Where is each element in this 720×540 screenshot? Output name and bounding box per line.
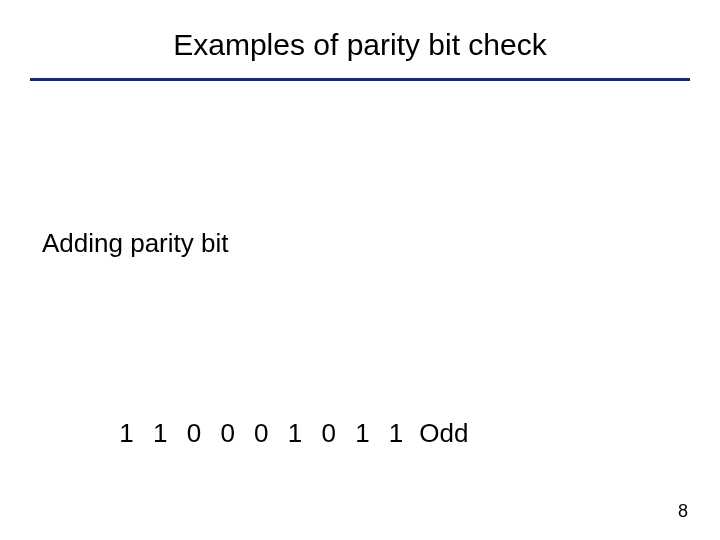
title-rule [30,78,690,81]
row-even: 1 1 0 0 0 1 0 1 0Even [42,528,610,540]
slide: Examples of parity bit check Adding pari… [0,0,720,540]
row-odd: 1 1 0 0 0 1 0 1 1Odd [42,376,610,414]
page-number: 8 [678,501,688,522]
label-odd: Odd [419,414,468,452]
bits-odd: 1 1 0 0 0 1 0 1 1 [119,414,419,452]
slide-title: Examples of parity bit check [0,28,720,62]
content-block: Adding parity bit 1 1 0 0 0 1 0 1 1Odd 1… [42,110,610,540]
heading-adding-parity: Adding parity bit [42,224,610,262]
